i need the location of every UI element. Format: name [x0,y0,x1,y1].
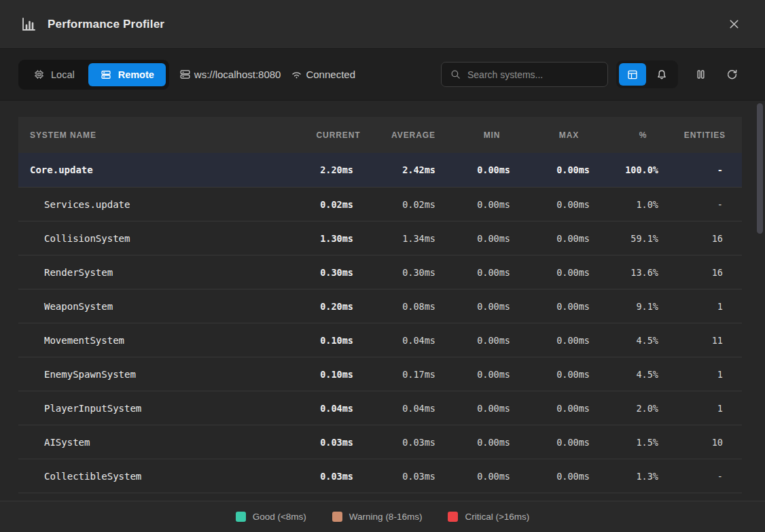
entities-cell: - [677,471,742,482]
column-header-entities: ENTITIES [677,130,742,140]
system-name-cell: CollectibleSystem [18,471,304,482]
system-name-cell: CollisionSystem [18,233,304,244]
max-cell: 0.00ms [529,471,609,482]
percent-cell: 59.1% [609,233,677,244]
performance-profiler-window: Performance Profiler Local [0,0,765,532]
min-cell: 0.00ms [455,369,529,380]
table-row[interactable]: CollisionSystem1.30ms1.34ms0.00ms0.00ms5… [18,221,742,255]
entities-cell: - [677,199,742,210]
refresh-button[interactable] [720,63,743,86]
toolbar: Local Remote [0,49,765,101]
mode-switcher: Local Remote [18,60,169,90]
max-cell: 0.00ms [529,199,609,210]
bell-icon [656,69,668,81]
column-header-max: MAX [529,130,609,140]
entities-cell: 16 [677,233,742,244]
entities-cell: 16 [677,267,742,278]
max-cell: 0.00ms [529,164,609,175]
column-header-percent: % [609,130,677,140]
good-color-swatch [236,512,246,522]
local-mode-button[interactable]: Local [22,63,86,86]
average-cell: 0.08ms [372,301,455,312]
systems-table: SYSTEM NAME CURRENT AVERAGE MIN MAX % EN… [18,117,742,498]
max-cell: 0.00ms [529,369,609,380]
percent-cell: 2.0% [609,403,677,414]
min-cell: 0.00ms [455,301,529,312]
pause-button[interactable] [689,63,712,86]
max-cell: 0.00ms [529,301,609,312]
average-cell: 0.03ms [372,471,455,482]
entities-cell: 10 [677,437,742,448]
table-row[interactable]: EnemySpawnSystem0.10ms0.17ms0.00ms0.00ms… [18,357,742,391]
system-name-cell: WeaponSystem [18,301,304,312]
clipped-next-row [18,493,742,498]
websocket-url-text: ws://localhost:8080 [194,69,281,80]
table-row[interactable]: AISystem0.03ms0.03ms0.00ms0.00ms1.5%10 [18,425,742,459]
current-cell: 0.10ms [304,335,372,346]
average-cell: 0.02ms [372,199,455,210]
legend-label: Good (<8ms) [253,512,306,522]
table-row[interactable]: WeaponSystem0.20ms0.08ms0.00ms0.00ms9.1%… [18,289,742,323]
vertical-scrollbar[interactable] [757,103,763,234]
min-cell: 0.00ms [455,164,529,175]
min-cell: 0.00ms [455,437,529,448]
current-cell: 0.20ms [304,301,372,312]
remote-mode-button[interactable]: Remote [88,63,166,86]
column-header-system-name: SYSTEM NAME [18,130,304,140]
max-cell: 0.00ms [529,267,609,278]
entities-cell: 1 [677,301,742,312]
percent-cell: 9.1% [609,301,677,312]
view-toggle-group [616,60,678,88]
refresh-icon [726,68,739,81]
legend-label: Warning (8-16ms) [349,512,423,522]
search-input[interactable] [467,69,599,80]
current-cell: 0.03ms [304,471,372,482]
percent-cell: 1.3% [609,471,677,482]
window-header: Performance Profiler [0,0,765,49]
current-cell: 0.30ms [304,267,372,278]
table-row[interactable]: Core.update2.20ms2.42ms0.00ms0.00ms100.0… [18,153,742,187]
max-cell: 0.00ms [529,233,609,244]
server-icon [100,69,112,81]
min-cell: 0.00ms [455,199,529,210]
current-cell: 0.02ms [304,199,372,210]
average-cell: 0.17ms [372,369,455,380]
connection-status-text: Connected [306,69,355,80]
current-cell: 0.03ms [304,437,372,448]
current-cell: 0.10ms [304,369,372,380]
legend-label: Critical (>16ms) [465,512,529,522]
pause-icon [694,68,707,81]
alerts-button[interactable] [648,63,675,86]
search-box [441,62,608,87]
table-row[interactable]: RenderSystem0.30ms0.30ms0.00ms0.00ms13.6… [18,255,742,289]
system-name-cell: EnemySpawnSystem [18,369,304,380]
table-view-button[interactable] [619,63,646,86]
min-cell: 0.00ms [455,267,529,278]
system-name-cell: RenderSystem [18,267,304,278]
system-name-cell: MovementSystem [18,335,304,346]
local-mode-label: Local [51,69,75,80]
table-row[interactable]: MovementSystem0.10ms0.04ms0.00ms0.00ms4.… [18,323,742,357]
wifi-icon [290,68,303,81]
column-header-min: MIN [455,130,529,140]
entities-cell: - [677,164,742,175]
system-name-cell: Core.update [18,164,304,175]
table-row[interactable]: CollectibleSystem0.03ms0.03ms0.00ms0.00m… [18,459,742,493]
percent-cell: 100.0% [609,164,677,175]
min-cell: 0.00ms [455,403,529,414]
table-row[interactable]: PlayerInputSystem0.04ms0.04ms0.00ms0.00m… [18,391,742,425]
table-layout-icon [626,69,639,81]
percent-cell: 1.5% [609,437,677,448]
table-row[interactable]: Services.update0.02ms0.02ms0.00ms0.00ms1… [18,187,742,221]
max-cell: 0.00ms [529,403,609,414]
system-name-cell: Services.update [18,199,304,210]
close-button[interactable] [723,14,745,35]
min-cell: 0.00ms [455,471,529,482]
cpu-chip-icon [33,69,45,80]
connection-status: Connected [290,68,355,81]
system-name-cell: AISystem [18,437,304,448]
percent-cell: 4.5% [609,369,677,380]
average-cell: 2.42ms [372,164,455,175]
remote-mode-label: Remote [118,69,154,80]
table-body: Core.update2.20ms2.42ms0.00ms0.00ms100.0… [18,153,742,493]
